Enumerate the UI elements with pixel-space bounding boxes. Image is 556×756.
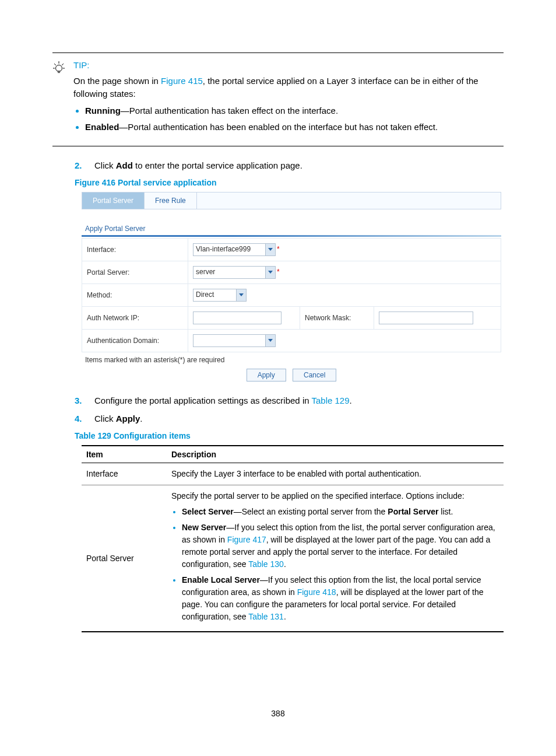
page-number: 388 (0, 709, 556, 718)
step-2: 2. Click Add to enter the portal service… (75, 159, 504, 173)
chevron-down-icon (265, 335, 275, 346)
tab-free-rule[interactable]: Free Rule (145, 192, 197, 209)
tip-bullet-running: Running—Portal authentication has taken … (85, 104, 504, 118)
step-3: 3. Configure the portal application sett… (75, 394, 504, 408)
tip-label: TIP: (73, 59, 504, 72)
tab-portal-server[interactable]: Portal Server (82, 192, 145, 209)
figure-416: Portal Server Free Rule Apply Portal Ser… (82, 192, 501, 382)
label-network-mask: Network Mask: (300, 307, 374, 330)
svg-line-2 (54, 64, 56, 65)
method-select[interactable]: Direct (193, 289, 247, 302)
tip-icon (52, 59, 73, 78)
figure-link-415[interactable]: Figure 415 (161, 76, 203, 86)
col-item: Item (82, 446, 167, 463)
figure-caption-416: Figure 416 Portal service application (75, 178, 504, 187)
auth-domain-select[interactable] (193, 334, 276, 347)
figure-link-418[interactable]: Figure 418 (297, 587, 336, 597)
required-mark: * (277, 268, 280, 276)
figure-link-417[interactable]: Figure 417 (227, 535, 266, 544)
table-row: Portal Server Specify the portal server … (82, 485, 504, 632)
step-4: 4. Click Apply. (75, 412, 504, 426)
required-mark: * (277, 245, 280, 253)
cancel-button[interactable]: Cancel (293, 369, 336, 382)
tip-block: TIP: On the page shown in Figure 415, th… (52, 52, 504, 146)
table-link-129[interactable]: Table 129 (311, 396, 349, 405)
tip-intro: On the page shown in Figure 415, the por… (73, 75, 504, 101)
label-method: Method: (82, 284, 188, 307)
interface-select[interactable]: Vlan-interface999 (193, 243, 276, 256)
label-portal-server: Portal Server: (82, 261, 188, 284)
chevron-down-icon (265, 244, 275, 256)
required-note: Items marked with an asterisk(*) are req… (85, 356, 501, 364)
table-link-130[interactable]: Table 130 (248, 559, 284, 569)
configuration-table: Item Description Interface Specify the L… (82, 445, 504, 632)
network-mask-input[interactable] (379, 312, 473, 324)
chevron-down-icon (236, 289, 246, 301)
auth-ip-input[interactable] (193, 312, 281, 324)
apply-button[interactable]: Apply (247, 369, 286, 382)
table-row: Interface Specify the Layer 3 interface … (82, 463, 504, 485)
table-link-131[interactable]: Table 131 (248, 612, 284, 621)
col-description: Description (167, 446, 504, 463)
portal-server-select[interactable]: server (193, 266, 276, 279)
label-auth-domain: Authentication Domain: (82, 330, 188, 352)
chevron-down-icon (265, 267, 275, 278)
label-auth-ip: Auth Network IP: (82, 307, 188, 330)
svg-point-0 (56, 65, 62, 72)
table-caption-129: Table 129 Configuration items (75, 431, 504, 440)
svg-line-3 (62, 64, 64, 65)
label-interface: Interface: (82, 239, 188, 261)
tip-bullet-enabled: Enabled—Portal authentication has been e… (85, 121, 504, 134)
section-title: Apply Portal Server (85, 225, 501, 233)
